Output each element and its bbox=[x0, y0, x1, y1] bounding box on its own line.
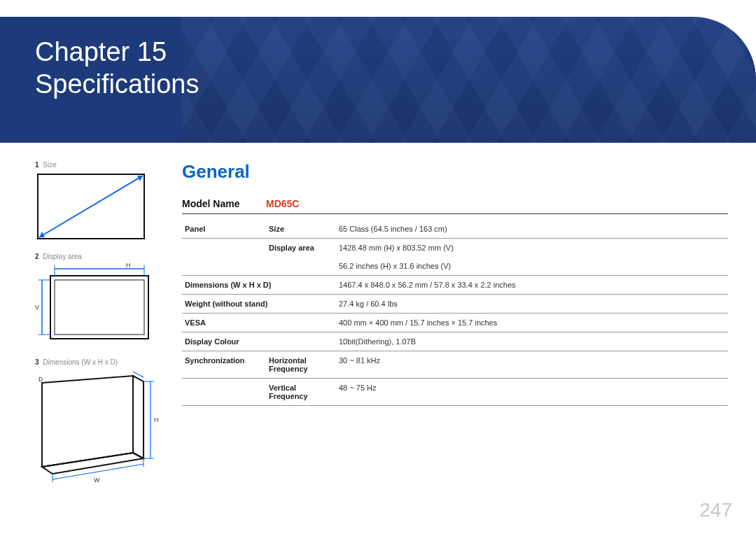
cell-hf-label: Horizontal Frequency bbox=[266, 351, 336, 379]
svg-marker-16 bbox=[42, 453, 144, 474]
cell-vf-label: Vertical Frequency bbox=[266, 379, 336, 406]
svg-marker-15 bbox=[133, 376, 144, 458]
cell-sync-cat: Synchronization bbox=[182, 351, 266, 379]
chapter-number: 15 bbox=[137, 37, 167, 66]
cell-hf-val: 30 ~ 81 kHz bbox=[336, 351, 728, 379]
row-weight: Weight (without stand) 27.4 kg / 60.4 lb… bbox=[182, 295, 728, 314]
svg-text:D: D bbox=[38, 376, 43, 383]
row-panel-size: Panel Size 65 Class (64.5 inches / 163 c… bbox=[182, 220, 728, 239]
figure-display-area-diagram: H V bbox=[35, 263, 161, 347]
cell-vesa-val: 400 mm × 400 mm / 15.7 inches × 15.7 inc… bbox=[336, 314, 728, 332]
cell-panel-cat: Panel bbox=[182, 220, 266, 239]
row-display-colour: Display Colour 10bit(Dithering), 1.07B bbox=[182, 332, 728, 351]
section-heading-general: General bbox=[182, 161, 728, 183]
chapter-header: Chapter 15 Specifications bbox=[0, 17, 756, 143]
svg-rect-5 bbox=[55, 280, 144, 335]
row-display-area-2: 56.2 inches (H) x 31.6 inches (V) bbox=[182, 257, 728, 276]
figure-2-label: 2 Display area bbox=[35, 253, 161, 260]
row-horizontal-freq: Synchronization Horizontal Frequency 30 … bbox=[182, 351, 728, 379]
cell-disp-val2: 56.2 inches (H) x 31.6 inches (V) bbox=[336, 257, 728, 276]
cell-dim-label: Dimensions (W x H x D) bbox=[182, 276, 336, 295]
specification-table: Panel Size 65 Class (64.5 inches / 163 c… bbox=[182, 220, 728, 406]
svg-line-1 bbox=[39, 176, 143, 237]
row-display-area-1: Display area 1428.48 mm (H) x 803.52 mm … bbox=[182, 239, 728, 258]
svg-marker-14 bbox=[42, 376, 133, 467]
cell-color-label: Display Colour bbox=[182, 332, 336, 351]
svg-text:H: H bbox=[126, 263, 131, 269]
cell-size-val: 65 Class (64.5 inches / 163 cm) bbox=[336, 220, 728, 239]
cell-wt-label: Weight (without stand) bbox=[182, 295, 336, 314]
cell-vesa-label: VESA bbox=[182, 314, 336, 332]
cell-vf-val: 48 ~ 75 Hz bbox=[336, 379, 728, 406]
specifications-section: General Model Name MD65C Panel Size 65 C… bbox=[182, 161, 728, 406]
cell-wt-val: 27.4 kg / 60.4 lbs bbox=[336, 295, 728, 314]
model-name-row: Model Name MD65C bbox=[182, 198, 728, 214]
model-name-value: MD65C bbox=[266, 198, 299, 209]
row-vertical-freq: Vertical Frequency 48 ~ 75 Hz bbox=[182, 379, 728, 406]
cell-disp-val1: 1428.48 mm (H) x 803.52 mm (V) bbox=[336, 239, 728, 258]
svg-text:V: V bbox=[35, 304, 39, 311]
chapter-title: Specifications bbox=[35, 69, 756, 101]
figure-3-label: 3 Dimensions (W x H x D) bbox=[35, 358, 161, 366]
figure-1-label: 1 Size bbox=[35, 161, 161, 169]
chapter-prefix: Chapter bbox=[35, 37, 130, 66]
figure-size-diagram bbox=[35, 171, 161, 241]
cell-dim-val: 1467.4 x 848.0 x 56.2 mm / 57.8 x 33.4 x… bbox=[336, 276, 728, 295]
figure-column: 1 Size 2 Display area H bbox=[35, 161, 161, 496]
cell-size-label: Size bbox=[266, 220, 336, 239]
row-dimensions: Dimensions (W x H x D) 1467.4 x 848.0 x … bbox=[182, 276, 728, 295]
svg-text:H: H bbox=[154, 416, 159, 423]
cell-disp-label: Display area bbox=[266, 239, 336, 258]
page-number: 247 bbox=[699, 499, 732, 521]
row-vesa: VESA 400 mm × 400 mm / 15.7 inches × 15.… bbox=[182, 314, 728, 332]
svg-rect-4 bbox=[50, 276, 148, 339]
chapter-line: Chapter 15 bbox=[35, 36, 756, 69]
figure-dimensions-diagram: D H W bbox=[35, 369, 161, 484]
model-name-label: Model Name bbox=[182, 198, 266, 209]
cell-color-val: 10bit(Dithering), 1.07B bbox=[336, 332, 728, 351]
svg-text:W: W bbox=[94, 477, 100, 484]
